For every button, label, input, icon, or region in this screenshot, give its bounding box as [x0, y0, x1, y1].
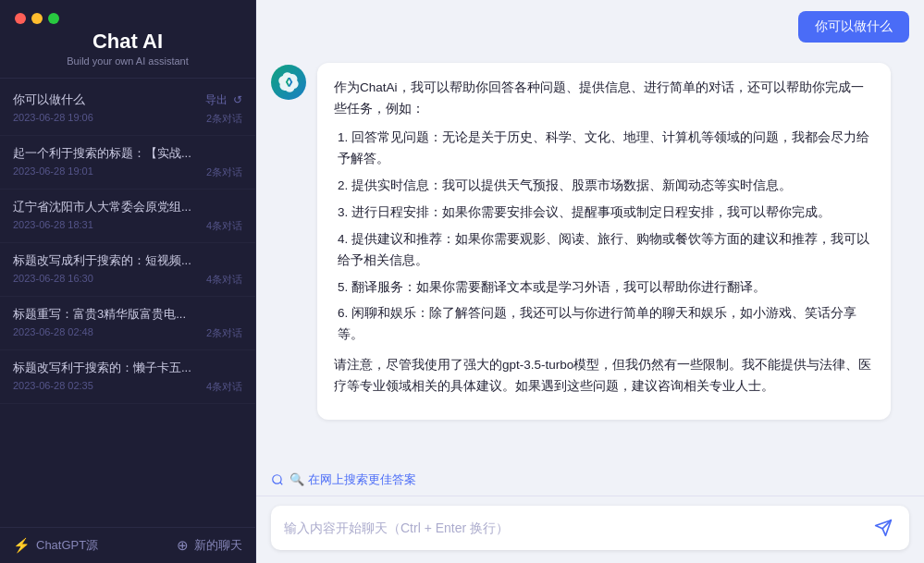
- main-header: 你可以做什么: [256, 0, 924, 54]
- chat-item-date-3: 2023-06-28 16:30: [13, 273, 93, 287]
- send-button[interactable]: [870, 515, 896, 541]
- chat-list: 你可以做什么 导出 ↺ 2023-06-28 19:06 2条对话 起一个利于搜…: [0, 79, 255, 527]
- chat-item-count-2: 4条对话: [206, 219, 242, 233]
- sidebar-footer: ⚡ ChatGPT源 ⊕ 新的聊天: [0, 527, 255, 563]
- window-controls: [15, 13, 59, 24]
- svg-line-1: [280, 483, 283, 485]
- refresh-icon[interactable]: ↺: [233, 93, 242, 106]
- export-label[interactable]: 导出: [205, 92, 228, 108]
- chat-list-item-0[interactable]: 你可以做什么 导出 ↺ 2023-06-28 19:06 2条对话: [0, 82, 255, 136]
- message-disclaimer: 请注意，尽管我使用了强大的gpt-3.5-turbo模型，但我仍然有一些限制。我…: [334, 355, 874, 398]
- input-area: [256, 496, 924, 563]
- message-item-0: 1. 回答常见问题：无论是关于历史、科学、文化、地理、计算机等领域的问题，我都会…: [334, 128, 874, 170]
- ai-avatar: [271, 65, 306, 100]
- new-chat-icon: ⊕: [177, 537, 189, 554]
- source-label: ChatGPT源: [36, 537, 98, 554]
- chat-item-title-5: 标题改写利于搜索的：懒子卡五...: [13, 360, 242, 376]
- svg-point-0: [273, 475, 281, 483]
- chat-item-count-3: 4条对话: [206, 273, 242, 287]
- chat-list-item-5[interactable]: 标题改写利于搜索的：懒子卡五... 2023-06-28 02:35 4条对话: [0, 350, 255, 404]
- chat-item-title-2: 辽宁省沈阳市人大常委会原党组...: [13, 199, 242, 215]
- input-wrapper: [271, 506, 909, 550]
- app-subtitle: Build your own AI assistant: [67, 55, 188, 67]
- main-content: 你可以做什么 作为ChatAi，我可以帮助你回答各种问题、提供信息、进行简单的对…: [256, 0, 924, 563]
- ai-message-block: 作为ChatAi，我可以帮助你回答各种问题、提供信息、进行简单的对话，还可以帮助…: [271, 63, 909, 420]
- message-item-3: 4. 提供建议和推荐：如果你需要观影、阅读、旅行、购物或餐饮等方面的建议和推荐，…: [334, 229, 874, 272]
- sidebar-header: Chat AI Build your own AI assistant: [0, 0, 255, 79]
- chat-list-item-4[interactable]: 标题重写：富贵3精华版富贵电... 2023-06-28 02:48 2条对话: [0, 297, 255, 350]
- chat-item-date-2: 2023-06-28 18:31: [13, 219, 93, 233]
- chat-item-title-0: 你可以做什么: [13, 92, 202, 108]
- chat-item-title-1: 起一个利于搜索的标题：【实战...: [13, 145, 242, 162]
- new-chat-button[interactable]: ⊕ 新的聊天: [177, 537, 242, 554]
- window-minimize-dot[interactable]: [31, 13, 43, 24]
- app-title: Chat AI: [92, 30, 163, 54]
- chat-list-item-1[interactable]: 起一个利于搜索的标题：【实战... 2023-06-28 19:01 2条对话: [0, 136, 255, 190]
- chat-item-actions-0: 导出 ↺: [205, 92, 242, 108]
- chat-item-count-0: 2条对话: [206, 112, 242, 126]
- sidebar: Chat AI Build your own AI assistant 你可以做…: [0, 0, 256, 563]
- message-intro: 作为ChatAi，我可以帮助你回答各种问题、提供信息、进行简单的对话，还可以帮助…: [334, 78, 874, 120]
- chat-item-count-5: 4条对话: [206, 380, 242, 394]
- source-icon: ⚡: [13, 537, 31, 554]
- chat-item-title-3: 标题改写成利于搜索的：短视频...: [13, 252, 242, 269]
- chat-input[interactable]: [284, 520, 870, 535]
- chat-area: 作为ChatAi，我可以帮助你回答各种问题、提供信息、进行简单的对话，还可以帮助…: [256, 54, 924, 464]
- ai-message-bubble: 作为ChatAi，我可以帮助你回答各种问题、提供信息、进行简单的对话，还可以帮助…: [317, 63, 891, 420]
- chat-list-item-3[interactable]: 标题改写成利于搜索的：短视频... 2023-06-28 16:30 4条对话: [0, 243, 255, 297]
- chat-item-date-4: 2023-06-28 02:48: [13, 326, 93, 340]
- chat-list-item-2[interactable]: 辽宁省沈阳市人大常委会原党组... 2023-06-28 18:31 4条对话: [0, 190, 255, 243]
- window-close-dot[interactable]: [15, 13, 26, 24]
- message-item-2: 3. 进行日程安排：如果你需要安排会议、提醒事项或制定日程安排，我可以帮你完成。: [334, 202, 874, 224]
- chat-item-title-4: 标题重写：富贵3精华版富贵电...: [13, 306, 242, 323]
- header-action-button[interactable]: 你可以做什么: [798, 11, 909, 43]
- new-chat-label: 新的聊天: [194, 537, 242, 554]
- chat-item-date-0: 2023-06-28 19:06: [13, 112, 93, 126]
- chat-item-count-4: 2条对话: [206, 326, 242, 340]
- message-item-4: 5. 翻译服务：如果你需要翻译文本或是学习外语，我可以帮助你进行翻译。: [334, 277, 874, 299]
- chatgpt-source-button[interactable]: ⚡ ChatGPT源: [13, 537, 98, 554]
- chat-item-date-5: 2023-06-28 02:35: [13, 380, 93, 394]
- search-link-text: 🔍 在网上搜索更佳答案: [290, 471, 416, 488]
- chat-item-count-1: 2条对话: [206, 165, 242, 179]
- window-maximize-dot[interactable]: [48, 13, 59, 24]
- search-link[interactable]: 🔍 在网上搜索更佳答案: [256, 464, 924, 496]
- message-item-1: 2. 提供实时信息：我可以提供天气预报、股票市场数据、新闻动态等实时信息。: [334, 176, 874, 197]
- chat-item-date-1: 2023-06-28 19:01: [13, 165, 93, 179]
- message-item-5: 6. 闲聊和娱乐：除了解答问题，我还可以与你进行简单的聊天和娱乐，如小游戏、笑话…: [334, 303, 874, 346]
